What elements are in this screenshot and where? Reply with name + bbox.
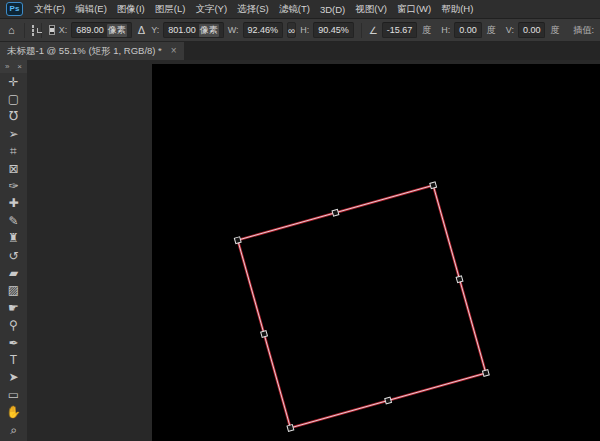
- transform-handle[interactable]: [287, 425, 294, 432]
- menu-item-5[interactable]: 选择(S): [232, 0, 274, 19]
- transform-marquee: [238, 185, 486, 428]
- v-skew-label: V:: [506, 25, 514, 35]
- h-skew-label: H:: [441, 25, 450, 35]
- v-skew-value: 0.00: [523, 25, 541, 35]
- menu-item-0[interactable]: 文件(F): [29, 0, 70, 19]
- height-input[interactable]: 90.45%: [313, 22, 354, 38]
- transform-overlay: [0, 60, 600, 441]
- menu-item-2[interactable]: 图像(I): [112, 0, 150, 19]
- photoshop-logo-icon[interactable]: Ps: [6, 2, 23, 16]
- tab-close-icon[interactable]: ×: [171, 46, 177, 56]
- v-skew-unit: 度: [550, 24, 559, 37]
- y-label: Y:: [151, 25, 159, 35]
- relative-position-delta-icon[interactable]: Δ: [136, 25, 147, 36]
- height-value: 90.45%: [318, 25, 349, 35]
- rotation-angle-value: -15.67: [387, 25, 413, 35]
- transform-handle[interactable]: [261, 331, 268, 338]
- menu-item-8[interactable]: 视图(V): [350, 0, 392, 19]
- menu-item-10[interactable]: 帮助(H): [436, 0, 478, 19]
- x-unit: 像素: [107, 24, 127, 37]
- y-unit: 像素: [199, 24, 219, 37]
- maintain-aspect-ratio-link-icon[interactable]: ∞: [287, 22, 296, 38]
- menu-item-1[interactable]: 编辑(E): [70, 0, 112, 19]
- transform-handle[interactable]: [332, 209, 339, 216]
- width-value: 92.46%: [248, 25, 279, 35]
- transform-options-bar: ⌂ X: 689.00 像素 Δ Y: 801.00 像素 W: 92.46% …: [0, 19, 600, 42]
- transform-tool-icon: [32, 25, 34, 36]
- y-position-input[interactable]: 801.00 像素: [163, 22, 224, 38]
- width-input[interactable]: 92.46%: [243, 22, 284, 38]
- x-value: 689.00: [76, 25, 104, 35]
- transform-handle[interactable]: [456, 276, 463, 283]
- interpolation-label: 插值:: [573, 24, 594, 37]
- menu-item-6[interactable]: 滤镜(T): [274, 0, 315, 19]
- separator: [361, 23, 362, 38]
- h-skew-value: 0.00: [459, 25, 477, 35]
- y-value: 801.00: [168, 25, 196, 35]
- transform-handle[interactable]: [430, 182, 437, 189]
- menu-item-3[interactable]: 图层(L): [150, 0, 191, 19]
- x-label: X:: [59, 25, 68, 35]
- menu-item-4[interactable]: 文字(Y): [190, 0, 232, 19]
- transform-handle[interactable]: [234, 237, 241, 244]
- document-tab-bar: 未标题-1 @ 55.1% (矩形 1, RGB/8) * ×: [0, 42, 600, 60]
- document-tab-title: 未标题-1 @ 55.1% (矩形 1, RGB/8) *: [7, 45, 162, 58]
- photoshop-window: Ps 文件(F)编辑(E)图像(I)图层(L)文字(Y)选择(S)滤镜(T)3D…: [0, 0, 600, 441]
- menu-item-9[interactable]: 窗口(W): [392, 0, 436, 19]
- height-label: H:: [300, 25, 309, 35]
- menu-item-7[interactable]: 3D(D): [315, 0, 350, 19]
- reference-point-locator[interactable]: [49, 25, 55, 35]
- workspace: » × ✛▢℧➢⌗⊠✑✚✎♜↺▰▨☛⚲✒T➤▭✋⌕: [0, 60, 600, 441]
- document-tab[interactable]: 未标题-1 @ 55.1% (矩形 1, RGB/8) * ×: [0, 42, 184, 60]
- rotate-angle-icon: ∠: [369, 25, 378, 36]
- h-skew-unit: 度: [487, 24, 496, 37]
- rotation-angle-unit: 度: [422, 24, 431, 37]
- v-skew-input[interactable]: 0.00: [518, 22, 546, 38]
- menu-items: 文件(F)编辑(E)图像(I)图层(L)文字(Y)选择(S)滤镜(T)3D(D)…: [29, 0, 478, 19]
- rotation-angle-input[interactable]: -15.67: [382, 22, 418, 38]
- h-skew-input[interactable]: 0.00: [454, 22, 482, 38]
- transform-handle[interactable]: [482, 370, 489, 377]
- transform-box[interactable]: [234, 182, 489, 431]
- rectangle-shape-outline: [238, 185, 486, 428]
- x-position-input[interactable]: 689.00 像素: [71, 22, 132, 38]
- transform-handle[interactable]: [385, 397, 392, 404]
- separator: [24, 23, 25, 38]
- home-icon[interactable]: ⌂: [6, 25, 17, 36]
- menu-bar: Ps 文件(F)编辑(E)图像(I)图层(L)文字(Y)选择(S)滤镜(T)3D…: [0, 0, 600, 19]
- width-label: W:: [228, 25, 239, 35]
